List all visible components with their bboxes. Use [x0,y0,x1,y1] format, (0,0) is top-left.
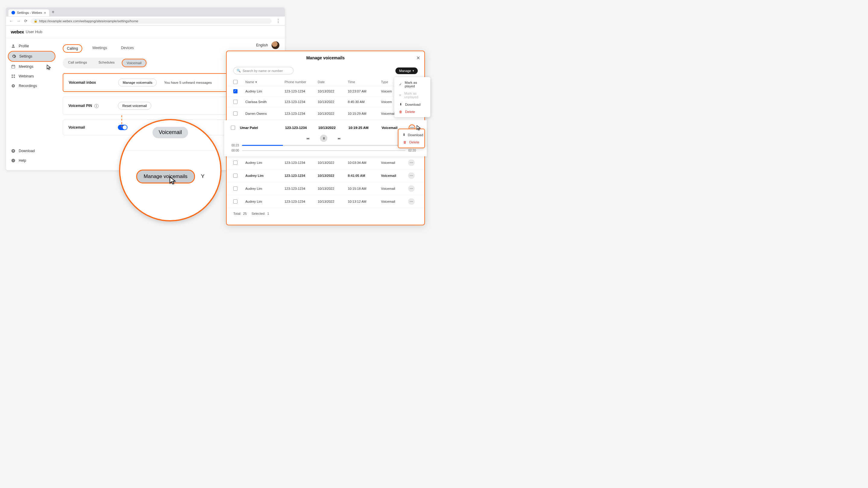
manage-dropdown-menu: ✓Mark as played ✕Mark as unplayed ⬇Downl… [394,77,430,117]
table-row[interactable]: Audrey Lim 123-123-1234 10/13/2022 8:41:… [227,169,424,182]
col-phone[interactable]: Phone number [284,80,318,84]
app-header: webex User Hub [6,26,285,38]
dd-delete[interactable]: 🗑Delete [394,108,430,116]
voicemail-toggle[interactable] [118,125,127,130]
subtab-schedules[interactable]: Schedules [94,59,119,67]
callout-dash-line [121,116,122,127]
browser-tab-strip: Settings - Webex × + [6,7,285,17]
table-row[interactable]: Audrey Lim 123-123-1234 10/13/2022 10:13… [227,195,424,208]
check-icon: ✓ [398,83,402,87]
row-checkbox[interactable] [233,161,238,165]
dd-mark-played[interactable]: ✓Mark as played [394,79,430,90]
tab-devices[interactable]: Devices [117,44,137,53]
row-menu-button[interactable]: ⋯ [408,159,415,166]
svg-point-7 [13,85,14,87]
sidebar-item-help[interactable]: ? Help [8,156,56,165]
next-button[interactable]: ⏭ [336,135,343,142]
browser-menu-icon[interactable]: ⋮ [275,18,282,24]
search-icon: 🔍 [237,69,241,73]
svg-rect-1 [12,65,15,68]
player-progress-2: 00:00 02:20 [227,149,420,154]
user-avatar[interactable] [272,41,279,49]
manage-voicemails-modal: Manage voicemails ✕ 🔍 Search by name or … [226,51,425,225]
progress-bar[interactable] [242,145,405,146]
row-menu-button[interactable]: ⋯ [408,185,415,192]
modal-title: Manage voicemails [306,56,345,60]
dd-download[interactable]: ⬇Download [398,131,424,138]
sidebar-item-settings[interactable]: Settings [8,51,56,62]
sidebar-item-label: Help [19,158,26,163]
pause-button[interactable]: ⏸ [320,135,327,142]
close-tab-icon[interactable]: × [44,10,46,15]
download-icon: ⬇ [403,133,405,137]
manage-dropdown-button[interactable]: Manage ▾ [396,67,418,74]
col-date[interactable]: Date [318,80,348,84]
modal-toolbar: 🔍 Search by name or number Manage ▾ [227,64,424,78]
sidebar-item-webinars[interactable]: Webinars [8,71,56,81]
search-placeholder: Search by name or number [243,69,283,73]
back-button[interactable]: ← [9,19,13,23]
sidebar-item-label: Settings [19,54,32,59]
svg-rect-5 [13,76,15,78]
player-progress: 00:23 02:20 [227,144,420,149]
sidebar-item-label: Meetings [19,64,33,69]
sub-tabs: Call settings Schedules Voicemail [63,58,148,68]
row-menu-button[interactable]: ⋯ [408,172,415,179]
row-checkbox[interactable] [233,199,238,204]
brand-name: webex [11,29,24,34]
row-dropdown-menu: ⬇Download 🗑Delete [398,129,425,148]
browser-tab[interactable]: Settings - Webex × [8,9,49,16]
subtab-call-settings[interactable]: Call settings [64,59,91,67]
row-checkbox[interactable] [233,111,238,116]
cursor-icon [46,64,51,70]
reload-button[interactable]: ⟳ [24,19,28,23]
col-time[interactable]: Time [348,80,381,84]
dd-download[interactable]: ⬇Download [394,101,430,108]
download-icon [11,149,16,153]
lens-manage-button[interactable]: Manage voicemails [136,170,195,184]
table-row[interactable]: Audrey Lim 123-123-1234 10/13/2022 10:15… [227,182,424,195]
tab-title: Settings - Webex [17,11,42,14]
sidebar-item-label: Webinars [19,74,34,78]
url-input[interactable]: 🔒 https://example.webex.com/webappng/sit… [31,19,272,24]
progress-bar[interactable] [242,150,405,151]
search-input[interactable]: 🔍 Search by name or number [233,67,293,74]
row-checkbox[interactable] [233,89,238,93]
subtab-voicemail[interactable]: Voicemail [122,59,146,67]
row-checkbox[interactable] [231,126,235,130]
sidebar-item-profile[interactable]: Profile [8,41,56,51]
header-right: English [256,41,279,49]
trash-icon: 🗑 [403,140,407,144]
table-row[interactable]: Audrey Lim 123-123-1234 10/13/2022 10:03… [227,156,424,169]
lock-icon: 🔒 [34,19,37,23]
forward-button[interactable]: → [16,19,21,23]
sidebar-item-download[interactable]: Download [8,146,56,156]
col-name[interactable]: Name ▾ [245,80,284,84]
svg-rect-4 [12,76,13,78]
tab-calling[interactable]: Calling [63,44,82,53]
row-checkbox[interactable] [233,100,238,104]
row-checkbox[interactable] [233,173,238,178]
tab-meetings[interactable]: Meetings [89,44,111,53]
modal-header: Manage voicemails ✕ [227,51,424,64]
row-checkbox[interactable] [233,187,238,191]
download-icon: ⬇ [398,102,403,106]
sidebar-item-recordings[interactable]: Recordings [8,81,56,91]
language-selector[interactable]: English [256,43,268,47]
row-menu-button[interactable]: ⋯ [408,198,415,205]
dd-delete[interactable]: 🗑Delete [398,138,424,146]
trash-icon: 🗑 [398,110,403,113]
brand-sub: User Hub [26,30,42,34]
close-icon[interactable]: ✕ [416,55,420,61]
manage-voicemails-button[interactable]: Manage voicemails [118,78,157,87]
new-tab-button[interactable]: + [49,8,57,16]
info-icon[interactable]: i [94,104,98,108]
lens-voicemail-pill: Voicemail [153,127,188,138]
address-bar: ← → ⟳ 🔒 https://example.webex.com/webapp… [6,17,285,26]
svg-point-0 [12,44,14,46]
select-all-checkbox[interactable] [233,80,238,84]
cursor-icon [168,175,173,182]
dd-mark-unplayed[interactable]: ✕Mark as unplayed [394,90,430,101]
reset-voicemail-button[interactable]: Reset voicemail [118,102,151,110]
prev-button[interactable]: ⏮ [304,135,312,142]
